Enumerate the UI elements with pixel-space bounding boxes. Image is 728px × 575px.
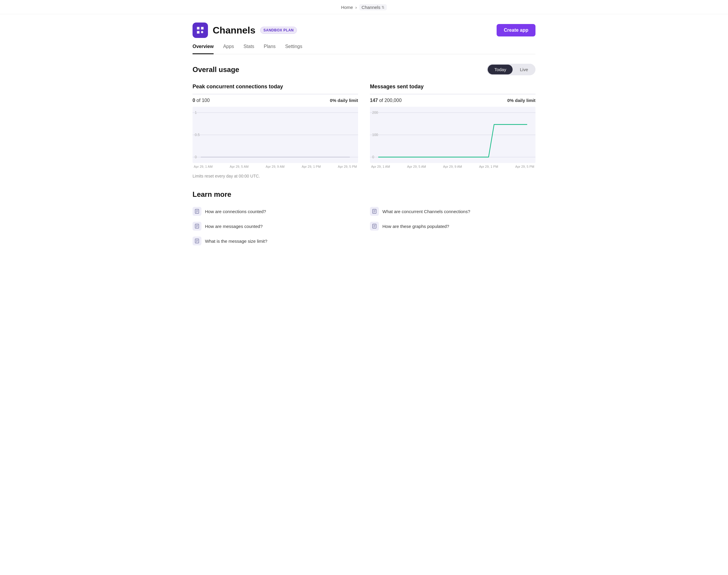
svg-rect-1 [202, 28, 203, 29]
peak-connections-value: 0 of 100 [193, 98, 210, 103]
learn-link-message-size[interactable]: What is the message size limit? [193, 235, 358, 247]
peak-connections-stats: 0 of 100 0% daily limit [193, 98, 358, 103]
messages-sent-chart: 200 100 0 [370, 107, 535, 163]
messages-chart-svg: 200 100 0 [370, 107, 535, 163]
learn-links-grid: How are connections counted? What are co… [193, 206, 535, 247]
breadcrumb-separator: › [355, 5, 357, 10]
doc-icon-3 [193, 222, 201, 231]
peak-chart-x-labels: Apr 29, 1 AM Apr 29, 5 AM Apr 29, 9 AM A… [193, 165, 358, 168]
toggle-live[interactable]: Live [513, 65, 535, 74]
charts-row: Peak concurrent connections today 0 of 1… [193, 83, 535, 168]
svg-text:100: 100 [372, 133, 378, 137]
create-app-button[interactable]: Create app [497, 24, 535, 36]
svg-rect-2 [197, 32, 199, 33]
messages-sent-stats: 147 of 200,000 0% daily limit [370, 98, 535, 103]
doc-icon-4 [370, 222, 379, 231]
peak-connections-panel: Peak concurrent connections today 0 of 1… [193, 83, 358, 168]
overall-usage-header: Overall usage Today Live [193, 64, 535, 75]
breadcrumb-current[interactable]: Channels ⇅ [359, 4, 387, 10]
learn-link-concurrent-connections[interactable]: What are concurrent Channels connections… [370, 206, 535, 217]
overall-usage-title: Overall usage [193, 66, 239, 74]
svg-text:0: 0 [195, 155, 197, 159]
svg-rect-0 [197, 28, 199, 29]
learn-more-title: Learn more [193, 190, 535, 199]
breadcrumb: Home › Channels ⇅ [0, 0, 728, 14]
svg-text:0: 0 [372, 155, 374, 159]
chart-divider-2 [370, 94, 535, 94]
learn-link-graphs-populated[interactable]: How are these graphs populated? [370, 221, 535, 232]
learn-link-connections-counted[interactable]: How are connections counted? [193, 206, 358, 217]
peak-connections-chart: 1 0.5 0 [193, 107, 358, 163]
sort-icon: ⇅ [381, 5, 384, 9]
page-title: Channels [213, 25, 255, 36]
overall-usage-section: Overall usage Today Live Peak concurrent… [193, 54, 535, 178]
peak-chart-svg: 1 0.5 0 [193, 107, 358, 163]
chart-divider-1 [193, 94, 358, 94]
limits-note: Limits reset every day at 00:00 UTC. [193, 174, 535, 178]
doc-icon-5 [193, 237, 201, 245]
doc-icon-1 [193, 207, 201, 216]
messages-sent-panel: Messages sent today 147 of 200,000 0% da… [370, 83, 535, 168]
logo-svg [196, 26, 205, 35]
peak-connections-limit: 0% daily limit [330, 98, 358, 103]
svg-text:0.5: 0.5 [195, 133, 200, 137]
peak-connections-title: Peak concurrent connections today [193, 83, 358, 90]
header-left: Channels SANDBOX PLAN [193, 23, 297, 38]
messages-sent-title: Messages sent today [370, 83, 535, 90]
doc-icon-2 [370, 207, 379, 216]
page-header: Channels SANDBOX PLAN Create app [193, 14, 535, 38]
tab-apps[interactable]: Apps [223, 44, 234, 54]
plan-badge: SANDBOX PLAN [260, 27, 297, 34]
messages-chart-x-labels: Apr 29, 1 AM Apr 29, 5 AM Apr 29, 9 AM A… [370, 165, 535, 168]
learn-link-messages-counted[interactable]: How are messages counted? [193, 221, 358, 232]
channels-logo [193, 23, 208, 38]
tab-stats[interactable]: Stats [244, 44, 254, 54]
tabs-nav: Overview Apps Stats Plans Settings [193, 38, 535, 54]
svg-text:200: 200 [372, 110, 378, 115]
toggle-today[interactable]: Today [488, 65, 513, 74]
tab-overview[interactable]: Overview [193, 44, 214, 54]
tab-settings[interactable]: Settings [285, 44, 302, 54]
tab-plans[interactable]: Plans [264, 44, 276, 54]
svg-text:1: 1 [195, 110, 197, 115]
messages-sent-value: 147 of 200,000 [370, 98, 402, 103]
breadcrumb-home[interactable]: Home [341, 5, 353, 10]
messages-sent-limit: 0% daily limit [507, 98, 535, 103]
time-toggle-group: Today Live [487, 64, 535, 75]
learn-more-section: Learn more How are connections counted? [193, 188, 535, 259]
